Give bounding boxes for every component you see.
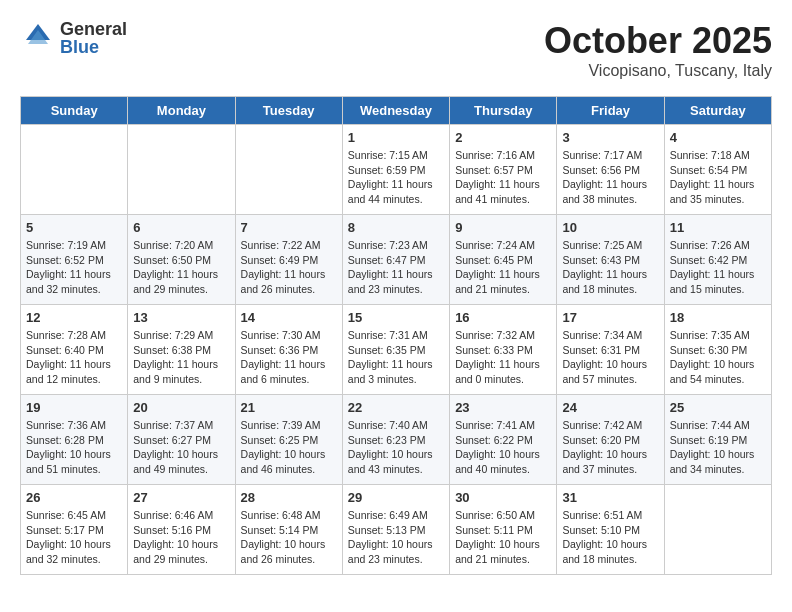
calendar-day: 28Sunrise: 6:48 AM Sunset: 5:14 PM Dayli…: [235, 485, 342, 575]
day-number: 11: [670, 220, 766, 235]
day-info: Sunrise: 7:15 AM Sunset: 6:59 PM Dayligh…: [348, 148, 444, 207]
day-info: Sunrise: 6:51 AM Sunset: 5:10 PM Dayligh…: [562, 508, 658, 567]
day-info: Sunrise: 7:36 AM Sunset: 6:28 PM Dayligh…: [26, 418, 122, 477]
day-header-saturday: Saturday: [664, 97, 771, 125]
day-info: Sunrise: 7:41 AM Sunset: 6:22 PM Dayligh…: [455, 418, 551, 477]
day-number: 17: [562, 310, 658, 325]
day-info: Sunrise: 7:20 AM Sunset: 6:50 PM Dayligh…: [133, 238, 229, 297]
calendar-day: 29Sunrise: 6:49 AM Sunset: 5:13 PM Dayli…: [342, 485, 449, 575]
day-info: Sunrise: 6:48 AM Sunset: 5:14 PM Dayligh…: [241, 508, 337, 567]
title-area: October 2025 Vicopisano, Tuscany, Italy: [544, 20, 772, 80]
day-number: 31: [562, 490, 658, 505]
day-number: 15: [348, 310, 444, 325]
day-number: 23: [455, 400, 551, 415]
day-number: 22: [348, 400, 444, 415]
day-number: 25: [670, 400, 766, 415]
day-info: Sunrise: 7:39 AM Sunset: 6:25 PM Dayligh…: [241, 418, 337, 477]
day-number: 16: [455, 310, 551, 325]
calendar-header-row: SundayMondayTuesdayWednesdayThursdayFrid…: [21, 97, 772, 125]
day-number: 2: [455, 130, 551, 145]
calendar-week-4: 19Sunrise: 7:36 AM Sunset: 6:28 PM Dayli…: [21, 395, 772, 485]
day-info: Sunrise: 7:16 AM Sunset: 6:57 PM Dayligh…: [455, 148, 551, 207]
day-info: Sunrise: 7:26 AM Sunset: 6:42 PM Dayligh…: [670, 238, 766, 297]
calendar-day: 8Sunrise: 7:23 AM Sunset: 6:47 PM Daylig…: [342, 215, 449, 305]
day-info: Sunrise: 7:23 AM Sunset: 6:47 PM Dayligh…: [348, 238, 444, 297]
day-number: 7: [241, 220, 337, 235]
day-number: 3: [562, 130, 658, 145]
day-header-tuesday: Tuesday: [235, 97, 342, 125]
calendar-body: 1Sunrise: 7:15 AM Sunset: 6:59 PM Daylig…: [21, 125, 772, 575]
calendar-day: 10Sunrise: 7:25 AM Sunset: 6:43 PM Dayli…: [557, 215, 664, 305]
day-info: Sunrise: 7:17 AM Sunset: 6:56 PM Dayligh…: [562, 148, 658, 207]
calendar-day: 20Sunrise: 7:37 AM Sunset: 6:27 PM Dayli…: [128, 395, 235, 485]
day-info: Sunrise: 7:34 AM Sunset: 6:31 PM Dayligh…: [562, 328, 658, 387]
calendar-day: 21Sunrise: 7:39 AM Sunset: 6:25 PM Dayli…: [235, 395, 342, 485]
day-header-sunday: Sunday: [21, 97, 128, 125]
day-number: 21: [241, 400, 337, 415]
calendar-day: [128, 125, 235, 215]
day-number: 26: [26, 490, 122, 505]
calendar-day: 19Sunrise: 7:36 AM Sunset: 6:28 PM Dayli…: [21, 395, 128, 485]
location-title: Vicopisano, Tuscany, Italy: [544, 62, 772, 80]
calendar-day: 12Sunrise: 7:28 AM Sunset: 6:40 PM Dayli…: [21, 305, 128, 395]
day-info: Sunrise: 7:28 AM Sunset: 6:40 PM Dayligh…: [26, 328, 122, 387]
day-info: Sunrise: 7:31 AM Sunset: 6:35 PM Dayligh…: [348, 328, 444, 387]
calendar-table: SundayMondayTuesdayWednesdayThursdayFrid…: [20, 96, 772, 575]
day-number: 30: [455, 490, 551, 505]
day-header-wednesday: Wednesday: [342, 97, 449, 125]
calendar-day: 16Sunrise: 7:32 AM Sunset: 6:33 PM Dayli…: [450, 305, 557, 395]
day-info: Sunrise: 6:46 AM Sunset: 5:16 PM Dayligh…: [133, 508, 229, 567]
calendar-day: [664, 485, 771, 575]
day-number: 14: [241, 310, 337, 325]
day-number: 13: [133, 310, 229, 325]
calendar-day: 31Sunrise: 6:51 AM Sunset: 5:10 PM Dayli…: [557, 485, 664, 575]
day-info: Sunrise: 7:19 AM Sunset: 6:52 PM Dayligh…: [26, 238, 122, 297]
day-info: Sunrise: 7:30 AM Sunset: 6:36 PM Dayligh…: [241, 328, 337, 387]
calendar-day: 17Sunrise: 7:34 AM Sunset: 6:31 PM Dayli…: [557, 305, 664, 395]
day-info: Sunrise: 7:22 AM Sunset: 6:49 PM Dayligh…: [241, 238, 337, 297]
logo-blue: Blue: [60, 38, 127, 56]
day-number: 27: [133, 490, 229, 505]
day-number: 20: [133, 400, 229, 415]
calendar-week-1: 1Sunrise: 7:15 AM Sunset: 6:59 PM Daylig…: [21, 125, 772, 215]
day-number: 1: [348, 130, 444, 145]
day-info: Sunrise: 6:45 AM Sunset: 5:17 PM Dayligh…: [26, 508, 122, 567]
calendar-day: 4Sunrise: 7:18 AM Sunset: 6:54 PM Daylig…: [664, 125, 771, 215]
calendar-day: 7Sunrise: 7:22 AM Sunset: 6:49 PM Daylig…: [235, 215, 342, 305]
calendar-day: 14Sunrise: 7:30 AM Sunset: 6:36 PM Dayli…: [235, 305, 342, 395]
calendar-day: 6Sunrise: 7:20 AM Sunset: 6:50 PM Daylig…: [128, 215, 235, 305]
calendar-week-3: 12Sunrise: 7:28 AM Sunset: 6:40 PM Dayli…: [21, 305, 772, 395]
day-info: Sunrise: 7:24 AM Sunset: 6:45 PM Dayligh…: [455, 238, 551, 297]
day-number: 8: [348, 220, 444, 235]
day-number: 28: [241, 490, 337, 505]
day-info: Sunrise: 7:25 AM Sunset: 6:43 PM Dayligh…: [562, 238, 658, 297]
header: General Blue October 2025 Vicopisano, Tu…: [20, 20, 772, 80]
calendar-day: 30Sunrise: 6:50 AM Sunset: 5:11 PM Dayli…: [450, 485, 557, 575]
day-number: 29: [348, 490, 444, 505]
calendar-day: 9Sunrise: 7:24 AM Sunset: 6:45 PM Daylig…: [450, 215, 557, 305]
day-info: Sunrise: 6:49 AM Sunset: 5:13 PM Dayligh…: [348, 508, 444, 567]
calendar-day: 24Sunrise: 7:42 AM Sunset: 6:20 PM Dayli…: [557, 395, 664, 485]
day-number: 19: [26, 400, 122, 415]
day-number: 10: [562, 220, 658, 235]
day-number: 6: [133, 220, 229, 235]
calendar-day: 11Sunrise: 7:26 AM Sunset: 6:42 PM Dayli…: [664, 215, 771, 305]
calendar-day: 2Sunrise: 7:16 AM Sunset: 6:57 PM Daylig…: [450, 125, 557, 215]
logo-general: General: [60, 20, 127, 38]
day-number: 5: [26, 220, 122, 235]
calendar-day: 1Sunrise: 7:15 AM Sunset: 6:59 PM Daylig…: [342, 125, 449, 215]
day-header-friday: Friday: [557, 97, 664, 125]
day-number: 18: [670, 310, 766, 325]
calendar-day: 15Sunrise: 7:31 AM Sunset: 6:35 PM Dayli…: [342, 305, 449, 395]
day-header-thursday: Thursday: [450, 97, 557, 125]
logo: General Blue: [20, 20, 127, 56]
logo-text: General Blue: [60, 20, 127, 56]
calendar-day: 13Sunrise: 7:29 AM Sunset: 6:38 PM Dayli…: [128, 305, 235, 395]
day-info: Sunrise: 7:44 AM Sunset: 6:19 PM Dayligh…: [670, 418, 766, 477]
calendar-day: 23Sunrise: 7:41 AM Sunset: 6:22 PM Dayli…: [450, 395, 557, 485]
calendar-day: [235, 125, 342, 215]
day-number: 4: [670, 130, 766, 145]
day-info: Sunrise: 7:37 AM Sunset: 6:27 PM Dayligh…: [133, 418, 229, 477]
day-info: Sunrise: 7:18 AM Sunset: 6:54 PM Dayligh…: [670, 148, 766, 207]
day-info: Sunrise: 7:40 AM Sunset: 6:23 PM Dayligh…: [348, 418, 444, 477]
